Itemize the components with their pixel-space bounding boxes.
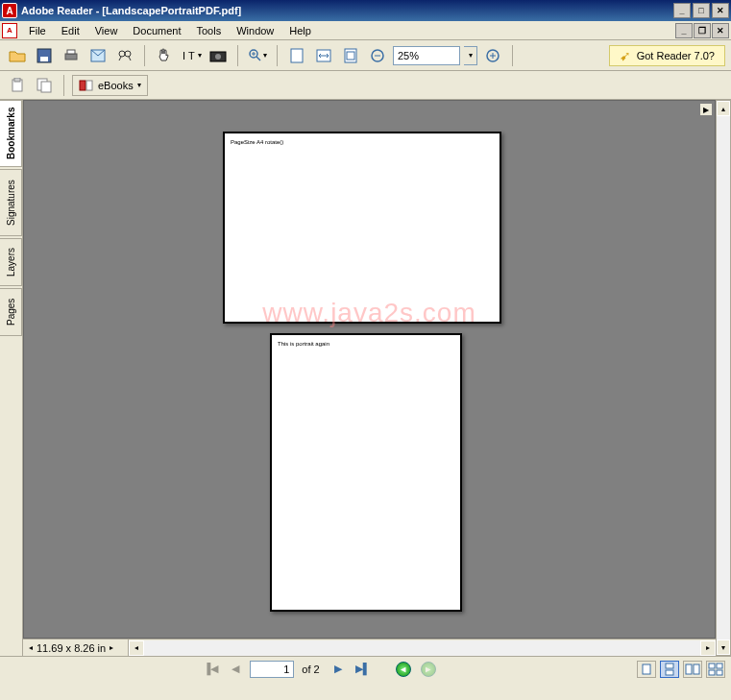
last-page-button[interactable]: ▶▌ <box>353 660 374 679</box>
scroll-right-arrow[interactable]: ▶ <box>699 103 713 116</box>
page-size-display[interactable]: ◂ 11.69 x 8.26 in ▸ <box>23 640 129 656</box>
pdf-doc-icon: A <box>2 23 17 38</box>
horizontal-scrollbar[interactable]: ◂ ▸ <box>129 640 716 656</box>
snapshot-button[interactable] <box>207 44 230 67</box>
zoom-input[interactable]: 25% <box>393 46 460 65</box>
tab-bookmarks[interactable]: Bookmarks <box>0 100 22 167</box>
page-number-input[interactable]: 1 <box>250 661 294 678</box>
tab-signatures[interactable]: Signatures <box>0 169 22 236</box>
open-button[interactable] <box>6 44 29 67</box>
document-viewport: ▶ PageSize A4 rotate() This is portrait … <box>23 100 716 656</box>
mdi-minimize-button[interactable]: _ <box>675 23 693 38</box>
chevron-down-icon: ▾ <box>137 81 141 89</box>
copy-button[interactable] <box>33 74 56 97</box>
hscroll-row: ◂ 11.69 x 8.26 in ▸ ◂ ▸ <box>23 639 716 656</box>
svg-rect-19 <box>14 78 20 82</box>
fit-page-button[interactable] <box>285 44 308 67</box>
hand-tool-button[interactable] <box>153 44 176 67</box>
menu-window[interactable]: Window <box>229 23 281 38</box>
hscroll-track[interactable] <box>144 640 700 656</box>
pdf-page-2: This is portrait again <box>270 333 462 612</box>
promo-label: Got Reader 7.0? <box>637 50 715 61</box>
vscroll-track[interactable] <box>717 116 730 640</box>
menu-tools[interactable]: Tools <box>189 23 230 38</box>
vscroll-up-button[interactable]: ▴ <box>717 101 730 116</box>
mdi-restore-button[interactable]: ❐ <box>694 23 711 38</box>
forward-button[interactable]: ► <box>418 660 439 679</box>
watermark: www.java2s.com <box>262 298 476 328</box>
vscroll-down-button[interactable]: ▾ <box>717 640 730 655</box>
svg-point-6 <box>125 51 131 57</box>
continuous-facing-view-button[interactable] <box>706 661 725 678</box>
titlebar: A Adobe Reader - [LandscapePortraitPDF.p… <box>0 0 731 21</box>
svg-rect-26 <box>666 670 673 675</box>
svg-rect-23 <box>86 81 92 90</box>
promo-banner[interactable]: ➹ Got Reader 7.0? <box>609 45 725 66</box>
svg-rect-22 <box>80 81 85 90</box>
separator <box>63 75 64 96</box>
menu-file[interactable]: File <box>21 23 54 38</box>
hscroll-right-button[interactable]: ▸ <box>700 640 716 656</box>
prev-page-button[interactable]: ◀ <box>225 660 246 679</box>
size-right-arrow-icon: ▸ <box>110 643 113 652</box>
svg-rect-31 <box>709 670 715 675</box>
facing-view-button[interactable] <box>683 661 702 678</box>
menu-edit[interactable]: Edit <box>54 23 87 38</box>
first-page-button[interactable]: ▐◀ <box>200 660 221 679</box>
print-button[interactable] <box>60 44 83 67</box>
minimize-button[interactable]: _ <box>673 3 691 18</box>
separator <box>277 45 278 66</box>
close-button[interactable]: ✕ <box>712 3 729 18</box>
tab-pages[interactable]: Pages <box>0 288 22 336</box>
page-size-label: 11.69 x 8.26 in <box>37 642 106 654</box>
back-button[interactable]: ◄ <box>393 660 414 679</box>
svg-rect-21 <box>41 82 51 92</box>
window-title: Adobe Reader - [LandscapePortraitPDF.pdf… <box>21 5 673 16</box>
continuous-view-button[interactable] <box>660 661 679 678</box>
app-icon: A <box>2 3 17 18</box>
size-left-arrow-icon: ◂ <box>29 643 33 652</box>
single-page-view-button[interactable] <box>637 661 656 678</box>
fit-width-button[interactable] <box>312 44 335 67</box>
ebooks-icon <box>79 79 94 92</box>
svg-rect-32 <box>717 670 722 675</box>
svg-rect-25 <box>666 664 673 668</box>
maximize-button[interactable]: □ <box>693 3 710 18</box>
vertical-scrollbar[interactable]: ▴ ▾ <box>716 100 731 656</box>
menu-document[interactable]: Document <box>125 23 188 38</box>
actual-size-button[interactable] <box>339 44 362 67</box>
tab-layers[interactable]: Layers <box>0 238 22 286</box>
menubar: A File Edit View Document Tools Window H… <box>0 21 731 40</box>
pdf-page-1: PageSize A4 rotate() <box>223 132 501 324</box>
nav-panel-strip: Bookmarks Signatures Layers Pages <box>0 100 23 656</box>
zoom-in-button[interactable]: ▾ <box>246 44 269 67</box>
separator <box>512 45 513 66</box>
svg-point-10 <box>215 54 221 60</box>
ebooks-dropdown[interactable]: eBooks ▾ <box>72 75 148 96</box>
svg-text:T: T <box>188 50 195 61</box>
search-button[interactable] <box>113 44 136 67</box>
page-of-label: of 2 <box>298 664 323 675</box>
zoom-out-button[interactable] <box>366 44 389 67</box>
svg-rect-28 <box>694 664 699 674</box>
zoom-in-circle-button[interactable] <box>481 44 504 67</box>
zoom-dropdown[interactable]: ▾ <box>464 46 477 65</box>
text-select-button[interactable]: IT▾ <box>180 44 203 67</box>
next-page-button[interactable]: ▶ <box>328 660 349 679</box>
svg-text:I: I <box>183 50 185 61</box>
svg-rect-2 <box>65 54 77 60</box>
svg-rect-3 <box>67 50 75 54</box>
menu-view[interactable]: View <box>87 23 126 38</box>
email-button[interactable] <box>86 44 110 67</box>
mdi-close-button[interactable]: ✕ <box>712 23 729 38</box>
separator <box>237 45 238 66</box>
clipboard-button[interactable] <box>6 74 29 97</box>
svg-rect-1 <box>40 57 48 61</box>
promo-arrow-icon: ➹ <box>620 48 631 63</box>
hscroll-left-button[interactable]: ◂ <box>129 640 144 656</box>
menu-help[interactable]: Help <box>281 23 319 38</box>
page2-text: This is portrait again <box>272 335 460 352</box>
document-canvas[interactable]: ▶ PageSize A4 rotate() This is portrait … <box>23 100 716 639</box>
statusbar: ▐◀ ◀ 1 of 2 ▶ ▶▌ ◄ ► <box>0 656 731 681</box>
save-button[interactable] <box>33 44 56 67</box>
